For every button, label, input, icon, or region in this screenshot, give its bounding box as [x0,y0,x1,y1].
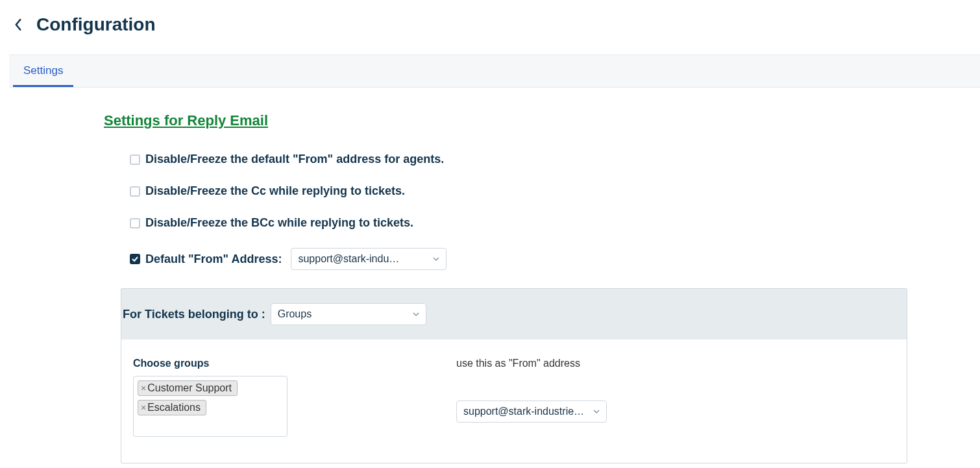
checkbox-default-from[interactable] [130,254,140,264]
select-belonging-value: Groups [278,308,312,320]
chevron-down-icon [593,410,600,413]
group-tag[interactable]: ×Escalations [138,400,206,415]
label-disable-from: Disable/Freeze the default "From" addres… [145,153,444,166]
label-default-from: Default "From" Address: [145,252,282,266]
tabbar: Settings [9,55,980,88]
page-title: Configuration [36,14,156,35]
select-default-from-value: support@stark-indu… [298,253,399,265]
groups-input[interactable]: ×Customer Support×Escalations [133,376,288,437]
checkbox-disable-cc[interactable] [130,186,140,197]
group-tag-label: Escalations [147,402,201,413]
tab-settings[interactable]: Settings [13,55,73,87]
remove-tag-icon[interactable]: × [141,403,146,412]
group-tag-label: Customer Support [147,382,232,394]
checkbox-disable-from[interactable] [130,154,140,165]
label-disable-cc: Disable/Freeze the Cc while replying to … [145,184,405,198]
rules-panel: For Tickets belonging to : Groups Choose… [121,288,907,463]
label-disable-bcc: Disable/Freeze the BCc while replying to… [145,216,413,230]
chevron-down-icon [433,257,439,261]
select-use-from-address[interactable]: support@stark-industries… [456,400,607,423]
rules-belonging-label: For Tickets belonging to : [121,308,265,321]
use-from-label: use this as "From" address [456,358,607,369]
select-use-from-value: support@stark-industries… [463,406,587,417]
select-default-from-address[interactable]: support@stark-indu… [291,248,447,270]
checkbox-disable-bcc[interactable] [130,218,140,228]
choose-groups-label: Choose groups [133,358,288,369]
select-tickets-belonging-to[interactable]: Groups [271,303,426,325]
remove-tag-icon[interactable]: × [141,384,146,393]
chevron-down-icon [413,312,419,316]
section-title: Settings for Reply Email [104,112,954,129]
back-icon[interactable] [14,19,22,31]
group-tag[interactable]: ×Customer Support [138,380,238,396]
